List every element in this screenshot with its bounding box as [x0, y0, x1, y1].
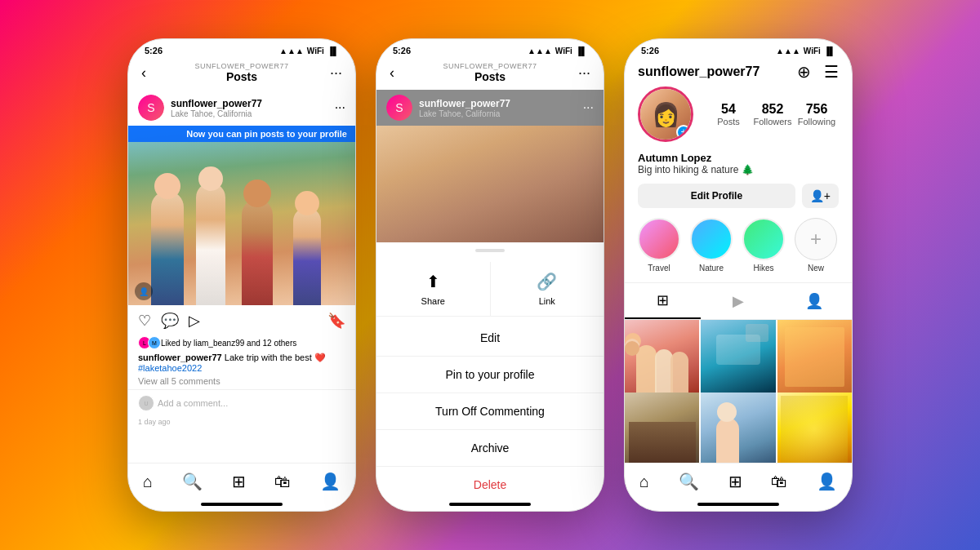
back-button-1[interactable]: ‹ [141, 64, 146, 82]
nav-profile-3[interactable]: 👤 [817, 472, 837, 491]
sheet-link-label: Link [539, 296, 555, 306]
nav-reels-3[interactable]: ⊞ [728, 472, 742, 491]
story-label-new-3: New [808, 264, 824, 273]
nav-reels-1[interactable]: ⊞ [232, 472, 246, 491]
liked-avatars-1: L M [138, 336, 158, 349]
story-label-hikes-3: Hikes [753, 264, 773, 273]
nav-title-block-2: SUNFLOWER_POWER77 Posts [443, 62, 537, 83]
edit-profile-button-3[interactable]: Edit Profile [638, 184, 795, 208]
comment-icon-1[interactable]: 💬 [161, 312, 179, 330]
post-location-2: Lake Tahoe, California [419, 109, 577, 118]
post-more-2: ··· [583, 100, 594, 115]
liked-avatar-2: M [148, 336, 161, 349]
sheet-edit-button[interactable]: Edit [376, 320, 604, 357]
grid-item-2[interactable] [701, 320, 775, 394]
post-actions-1: ♡ 💬 ▷ 🔖 [128, 305, 355, 336]
story-nature-3[interactable]: Nature [690, 218, 733, 273]
stat-posts-3[interactable]: 54 Posts [706, 102, 751, 126]
photo-grid-3 [625, 320, 852, 463]
share-icon-2: ⬆ [426, 272, 440, 291]
story-travel-3[interactable]: Travel [638, 218, 680, 273]
grid-item-1[interactable] [625, 320, 699, 394]
status-icons-2: ▲▲▲ WiFi ▐▌ [528, 47, 587, 55]
caption-username-1[interactable]: sunflower_power77 [138, 353, 222, 362]
post-image-1: Now you can pin posts to your profile 👤 [128, 126, 355, 305]
sheet-link-button[interactable]: 🔗 Link [491, 262, 604, 316]
modal-image-2 [376, 126, 604, 242]
nav-title-block-1: SUNFLOWER_POWER77 Posts [194, 62, 288, 83]
bottom-nav-1: ⌂ 🔍 ⊞ 🛍 👤 [128, 463, 355, 503]
add-post-icon-3[interactable]: ⊕ [797, 62, 811, 82]
profile-tabs-3: ⊞ ▶ 👤 [625, 282, 852, 320]
status-bar-1: 5:26 ▲▲▲ WiFi ▐▌ [128, 39, 355, 59]
stat-followers-3[interactable]: 852 Followers [751, 102, 795, 126]
story-label-travel-3: Travel [648, 264, 670, 273]
profile-content-3: 5:26 ▲▲▲ WiFi ▐▌ sunflower_power77 ⊕ ☰ 👩… [625, 39, 852, 511]
tab-reels-3[interactable]: ▶ [701, 283, 777, 319]
post-avatar-1[interactable]: S [138, 95, 164, 121]
status-time-1: 5:26 [145, 46, 163, 55]
nav-home-3[interactable]: ⌂ [639, 472, 649, 491]
menu-icon-3[interactable]: ☰ [824, 62, 839, 82]
tab-grid-3[interactable]: ⊞ [625, 283, 701, 319]
user-tag-icon-1: 👤 [135, 282, 153, 300]
add-comment-1[interactable]: U Add a comment... [128, 389, 355, 416]
story-hikes-3[interactable]: Hikes [742, 218, 785, 273]
sheet-share-label: Share [421, 296, 445, 306]
sheet-handle-2 [475, 249, 505, 252]
caption-hashtag-1[interactable]: #laketahoe2022 [138, 363, 345, 373]
bookmark-icon-1[interactable]: 🔖 [327, 312, 345, 330]
grid-item-4[interactable] [625, 393, 699, 464]
grid-item-6[interactable] [777, 393, 852, 464]
post-header-2: S sunflower_power77 Lake Tahoe, Californ… [376, 90, 604, 126]
profile-username-3[interactable]: sunflower_power77 [638, 64, 760, 79]
post-header-1: S sunflower_power77 Lake Tahoe, Californ… [128, 90, 355, 126]
story-circle-nature-3 [690, 218, 733, 260]
sheet-delete-button[interactable]: Delete [376, 467, 604, 503]
sheet-pin-button[interactable]: Pin to your profile [376, 357, 604, 393]
profile-avatar-3[interactable]: 👩 + [638, 86, 693, 142]
nav-search-3[interactable]: 🔍 [679, 472, 699, 491]
nav-profile-1[interactable]: 👤 [320, 472, 341, 491]
home-indicator-3 [697, 503, 779, 506]
caption-1: sunflower_power77 Lake trip with the bes… [128, 353, 355, 376]
back-button-2[interactable]: ‹ [390, 64, 394, 82]
story-new-3[interactable]: + New [795, 218, 837, 273]
post-more-1[interactable]: ··· [335, 100, 345, 115]
tab-tagged-3[interactable]: 👤 [776, 283, 852, 319]
comment-avatar-1: U [138, 395, 154, 411]
more-button-2[interactable]: ··· [578, 64, 590, 82]
battery-icon-2: ▐▌ [576, 47, 587, 55]
nav-home-1[interactable]: ⌂ [143, 472, 153, 491]
profile-stats-row-3: 👩 + 54 Posts 852 Followers 756 Following [625, 86, 852, 152]
caption-text-1: Lake trip with the best ❤️ [225, 353, 326, 362]
share-icon-1[interactable]: ▷ [189, 312, 200, 330]
nav-shop-3[interactable]: 🛍 [771, 472, 787, 491]
nav-page-title-2: Posts [443, 70, 537, 83]
stat-followers-count-3: 852 [751, 102, 795, 117]
view-comments-1[interactable]: View all 5 comments [128, 376, 355, 389]
grid-item-5[interactable] [701, 393, 775, 464]
more-button-1[interactable]: ··· [330, 64, 342, 82]
sheet-share-button[interactable]: ⬆ Share [376, 262, 491, 316]
like-icon-1[interactable]: ♡ [138, 312, 151, 330]
profile-buttons-3: Edit Profile 👤+ [625, 184, 852, 218]
bio-text-3: Big into hiking & nature 🌲 [638, 164, 839, 175]
stat-following-3[interactable]: 756 Following [795, 102, 839, 126]
sheet-commenting-button[interactable]: Turn Off Commenting [376, 393, 604, 430]
sheet-archive-button[interactable]: Archive [376, 430, 604, 467]
stat-posts-label-3: Posts [706, 117, 751, 126]
nav-shop-1[interactable]: 🛍 [274, 472, 291, 491]
nav-username-2: SUNFLOWER_POWER77 [443, 62, 537, 70]
stat-following-count-3: 756 [795, 102, 839, 117]
post-username-1[interactable]: sunflower_power77 [171, 98, 328, 109]
modal-overlay-2 [376, 126, 604, 242]
avatar-plus-icon[interactable]: + [676, 125, 691, 140]
nav-header-1: ‹ SUNFLOWER_POWER77 Posts ··· [128, 59, 355, 90]
signal-icon-1: ▲▲▲ [279, 47, 304, 55]
timestamp-1: 1 day ago [128, 416, 355, 429]
discover-people-button-3[interactable]: 👤+ [802, 184, 839, 208]
grid-item-3[interactable] [777, 320, 852, 394]
nav-search-1[interactable]: 🔍 [182, 472, 203, 491]
stat-following-label-3: Following [795, 117, 839, 126]
